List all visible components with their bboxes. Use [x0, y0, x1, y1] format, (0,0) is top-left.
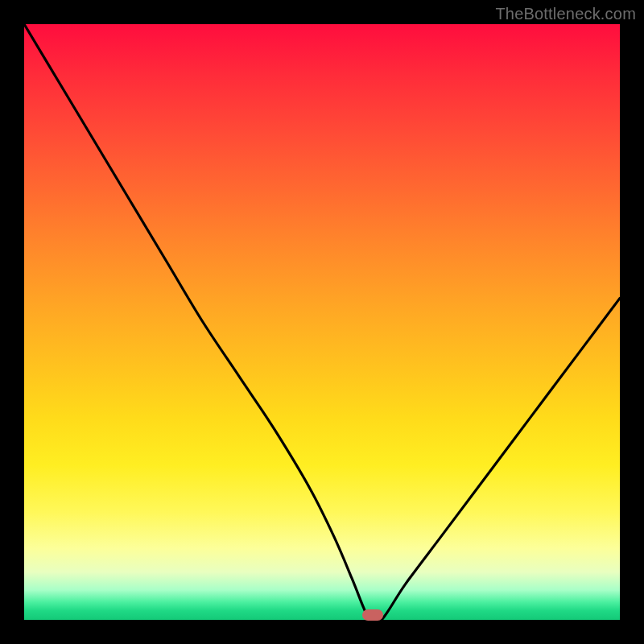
- chart-frame: TheBottleneck.com: [0, 0, 644, 644]
- plot-area: [24, 24, 620, 620]
- optimum-marker: [362, 609, 383, 621]
- watermark-text: TheBottleneck.com: [495, 5, 636, 23]
- bottleneck-curve: [24, 24, 620, 620]
